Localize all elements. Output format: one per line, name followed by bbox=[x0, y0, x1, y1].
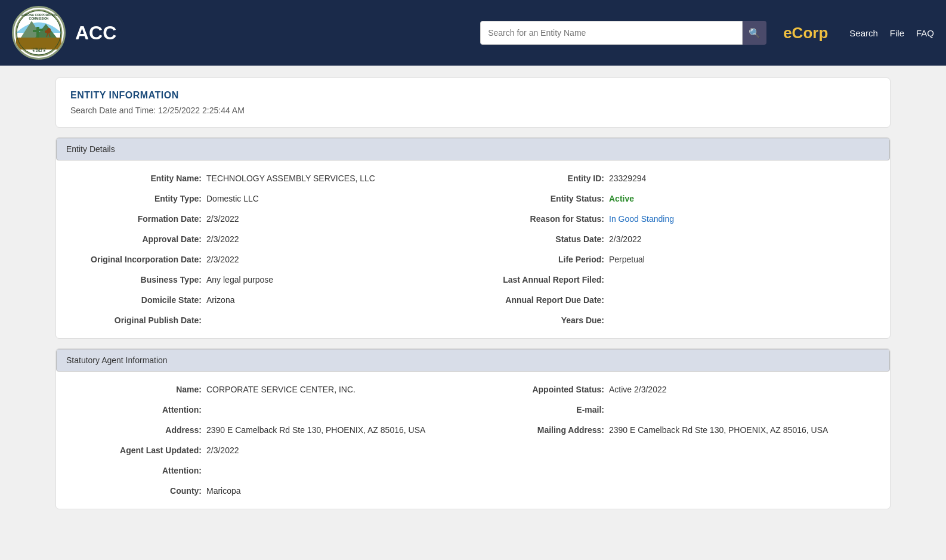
value-agent-updated: 2/3/2022 bbox=[206, 445, 239, 455]
value-formation-date: 2/3/2022 bbox=[206, 214, 239, 224]
statutory-agent-card: Statutory Agent Information Name: CORPOR… bbox=[55, 348, 891, 509]
detail-row-years-due: Years Due: bbox=[473, 312, 876, 329]
label-business-type: Business Type: bbox=[70, 275, 202, 284]
label-agent-address: Address: bbox=[70, 425, 202, 435]
detail-row-orig-publish-date: Original Publish Date: bbox=[70, 312, 473, 329]
value-entity-id: 23329294 bbox=[609, 174, 646, 183]
entity-info-title: ENTITY INFORMATION bbox=[70, 90, 876, 101]
detail-row-agent-attention2: Attention: bbox=[70, 462, 473, 479]
label-appointed-status: Appointed Status: bbox=[473, 385, 604, 394]
label-agent-updated: Agent Last Updated: bbox=[70, 445, 202, 455]
statutory-agent-grid: Name: CORPORATE SERVICE CENTER, INC. Att… bbox=[56, 372, 890, 509]
detail-row-status-date: Status Date: 2/3/2022 bbox=[473, 231, 876, 247]
svg-rect-5 bbox=[33, 30, 36, 32]
search-icon: 🔍 bbox=[749, 27, 760, 39]
value-entity-status: Active bbox=[609, 194, 634, 203]
acc-logo: ★ 1912 ★ ARIZONA CORPORATION COMMISSION … bbox=[12, 6, 66, 60]
statutory-right: Appointed Status: Active 2/3/2022 E-mail… bbox=[473, 381, 876, 499]
detail-row-entity-id: Entity ID: 23329294 bbox=[473, 170, 876, 187]
label-agent-attention1: Attention: bbox=[70, 405, 202, 414]
svg-rect-6 bbox=[39, 29, 43, 31]
label-years-due: Years Due: bbox=[473, 315, 604, 325]
label-entity-id: Entity ID: bbox=[473, 174, 604, 183]
label-formation-date: Formation Date: bbox=[70, 214, 202, 224]
label-last-annual-report: Last Annual Report Filed: bbox=[473, 275, 604, 284]
statutory-left: Name: CORPORATE SERVICE CENTER, INC. Att… bbox=[70, 381, 473, 499]
label-reason-status: Reason for Status: bbox=[473, 214, 604, 224]
label-agent-attention2: Attention: bbox=[70, 466, 202, 475]
entity-details-card: Entity Details Entity Name: TECHNOLOGY A… bbox=[55, 137, 891, 339]
label-entity-name: Entity Name: bbox=[70, 174, 202, 183]
nav-faq[interactable]: FAQ bbox=[916, 28, 934, 38]
detail-row-agent-county: County: Maricopa bbox=[70, 482, 473, 499]
header: ★ 1912 ★ ARIZONA CORPORATION COMMISSION … bbox=[0, 0, 946, 66]
detail-row-agent-email: E-mail: bbox=[473, 401, 876, 418]
entity-details-header: Entity Details bbox=[56, 138, 890, 160]
value-mailing-address: 2390 E Camelback Rd Ste 130, PHOENIX, AZ… bbox=[609, 425, 828, 435]
nav-search[interactable]: Search bbox=[849, 28, 878, 38]
label-entity-type: Entity Type: bbox=[70, 194, 202, 203]
detail-row-domicile-state: Domicile State: Arizona bbox=[70, 292, 473, 308]
detail-row-agent-address: Address: 2390 E Camelback Rd Ste 130, PH… bbox=[70, 422, 473, 438]
label-life-period: Life Period: bbox=[473, 255, 604, 264]
label-agent-email: E-mail: bbox=[473, 405, 604, 414]
svg-text:DIITAT DEUS: DIITAT DEUS bbox=[32, 47, 47, 50]
detail-row-life-period: Life Period: Perpetual bbox=[473, 251, 876, 268]
value-orig-inc-date: 2/3/2022 bbox=[206, 255, 239, 264]
detail-row-entity-status: Entity Status: Active bbox=[473, 190, 876, 207]
value-agent-name: CORPORATE SERVICE CENTER, INC. bbox=[206, 385, 355, 394]
detail-row-orig-inc-date: Original Incorporation Date: 2/3/2022 bbox=[70, 251, 473, 268]
svg-rect-4 bbox=[36, 27, 39, 38]
label-orig-publish-date: Original Publish Date: bbox=[70, 315, 202, 325]
detail-row-annual-report-due: Annual Report Due Date: bbox=[473, 292, 876, 308]
value-approval-date: 2/3/2022 bbox=[206, 234, 239, 244]
label-domicile-state: Domicile State: bbox=[70, 295, 202, 305]
value-entity-type: Domestic LLC bbox=[206, 194, 259, 203]
statutory-agent-header: Statutory Agent Information bbox=[56, 349, 890, 372]
label-orig-inc-date: Original Incorporation Date: bbox=[70, 255, 202, 264]
entity-details-right: Entity ID: 23329294 Entity Status: Activ… bbox=[473, 170, 876, 329]
detail-row-formation-date: Formation Date: 2/3/2022 bbox=[70, 211, 473, 227]
label-entity-status: Entity Status: bbox=[473, 194, 604, 203]
value-reason-status: In Good Standing bbox=[609, 214, 674, 224]
detail-row-last-annual-report: Last Annual Report Filed: bbox=[473, 271, 876, 288]
search-date: Search Date and Time: 12/25/2022 2:25:44… bbox=[70, 106, 876, 115]
value-business-type: Any legal purpose bbox=[206, 275, 273, 284]
value-appointed-status: Active 2/3/2022 bbox=[609, 385, 667, 394]
detail-row-appointed-status: Appointed Status: Active 2/3/2022 bbox=[473, 381, 876, 398]
label-status-date: Status Date: bbox=[473, 234, 604, 244]
label-agent-name: Name: bbox=[70, 385, 202, 394]
value-domicile-state: Arizona bbox=[206, 295, 234, 305]
svg-point-10 bbox=[47, 28, 51, 32]
svg-text:COMMISSION: COMMISSION bbox=[29, 17, 49, 20]
value-agent-address: 2390 E Camelback Rd Ste 130, PHOENIX, AZ… bbox=[206, 425, 425, 435]
value-agent-county: Maricopa bbox=[206, 486, 241, 496]
detail-row-agent-attention1: Attention: bbox=[70, 401, 473, 418]
detail-row-mailing-address: Mailing Address: 2390 E Camelback Rd Ste… bbox=[473, 422, 876, 438]
main-nav: Search File FAQ bbox=[849, 28, 934, 38]
entity-details-grid: Entity Name: TECHNOLOGY ASSEMBLY SERVICE… bbox=[56, 160, 890, 338]
value-status-date: 2/3/2022 bbox=[609, 234, 642, 244]
nav-file[interactable]: File bbox=[890, 28, 904, 38]
value-entity-name: TECHNOLOGY ASSEMBLY SERVICES, LLC bbox=[206, 174, 375, 183]
main-content: ENTITY INFORMATION Search Date and Time:… bbox=[44, 78, 902, 509]
ecorp-label: eCorp bbox=[783, 24, 828, 42]
detail-row-reason-status: Reason for Status: In Good Standing bbox=[473, 211, 876, 227]
detail-row-agent-updated: Agent Last Updated: 2/3/2022 bbox=[70, 442, 473, 459]
entity-details-left: Entity Name: TECHNOLOGY ASSEMBLY SERVICE… bbox=[70, 170, 473, 329]
label-mailing-address: Mailing Address: bbox=[473, 425, 604, 435]
acc-title: ACC bbox=[75, 22, 471, 44]
value-life-period: Perpetual bbox=[609, 255, 645, 264]
entity-info-box: ENTITY INFORMATION Search Date and Time:… bbox=[55, 78, 891, 128]
label-agent-county: County: bbox=[70, 486, 202, 496]
detail-row-entity-name: Entity Name: TECHNOLOGY ASSEMBLY SERVICE… bbox=[70, 170, 473, 187]
label-approval-date: Approval Date: bbox=[70, 234, 202, 244]
search-icon-button[interactable]: 🔍 bbox=[743, 21, 766, 45]
detail-row-approval-date: Approval Date: 2/3/2022 bbox=[70, 231, 473, 247]
search-input[interactable] bbox=[480, 21, 743, 45]
label-annual-report-due: Annual Report Due Date: bbox=[473, 295, 604, 305]
detail-row-business-type: Business Type: Any legal purpose bbox=[70, 271, 473, 288]
detail-row-entity-type: Entity Type: Domestic LLC bbox=[70, 190, 473, 207]
search-wrapper: 🔍 bbox=[480, 21, 766, 45]
detail-row-agent-name: Name: CORPORATE SERVICE CENTER, INC. bbox=[70, 381, 473, 398]
